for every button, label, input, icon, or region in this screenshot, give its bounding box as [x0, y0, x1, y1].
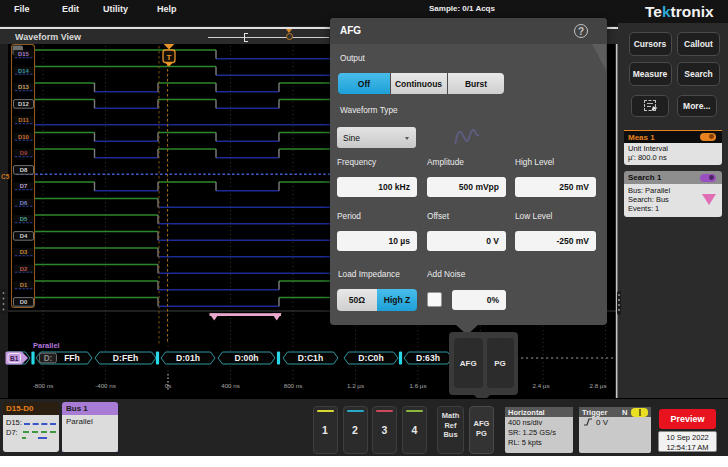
svg-text:800 ns: 800 ns: [284, 382, 303, 389]
svg-text:D10: D10: [18, 134, 30, 140]
svg-text:D4: D4: [20, 233, 28, 239]
svg-text:D9: D9: [20, 150, 28, 156]
svg-text:D5: D5: [20, 216, 28, 222]
svg-text:D14: D14: [18, 68, 30, 74]
svg-text:D1: D1: [20, 282, 28, 288]
svg-text:D8: D8: [20, 167, 28, 173]
svg-text:0s: 0s: [165, 382, 172, 389]
svg-text:C5: C5: [1, 173, 10, 180]
svg-text:D2: D2: [20, 266, 28, 272]
svg-text:D:00h: D:00h: [235, 353, 259, 363]
svg-text:D7: D7: [20, 183, 28, 189]
svg-text:D11: D11: [18, 117, 29, 123]
svg-text:T: T: [167, 53, 172, 62]
svg-text:D:63h: D:63h: [416, 353, 440, 363]
svg-text:FFh: FFh: [64, 353, 80, 363]
svg-text:400 ns: 400 ns: [221, 382, 240, 389]
svg-text:D13: D13: [18, 84, 30, 90]
svg-text:Parallel: Parallel: [33, 341, 60, 350]
svg-text:D3: D3: [20, 249, 28, 255]
svg-text:D:01h: D:01h: [176, 353, 200, 363]
svg-text:1.6 µs: 1.6 µs: [410, 382, 427, 389]
svg-text:-800 ns: -800 ns: [33, 382, 54, 389]
svg-text:D:: D:: [44, 354, 53, 363]
svg-text:2.4 µs: 2.4 µs: [533, 382, 550, 389]
svg-text:-400 ns: -400 ns: [95, 382, 116, 389]
svg-text:2.8 µs: 2.8 µs: [590, 382, 607, 389]
svg-text:D15: D15: [18, 51, 30, 57]
svg-text:D:C1h: D:C1h: [298, 353, 323, 363]
svg-text:1.2 µs: 1.2 µs: [347, 382, 364, 389]
svg-text:D12: D12: [18, 101, 30, 107]
svg-text:D:FEh: D:FEh: [113, 353, 138, 363]
svg-text:D0: D0: [20, 299, 28, 305]
svg-text:D6: D6: [20, 200, 28, 206]
svg-text:B1: B1: [10, 355, 19, 362]
svg-text:D:C0h: D:C0h: [358, 353, 383, 363]
